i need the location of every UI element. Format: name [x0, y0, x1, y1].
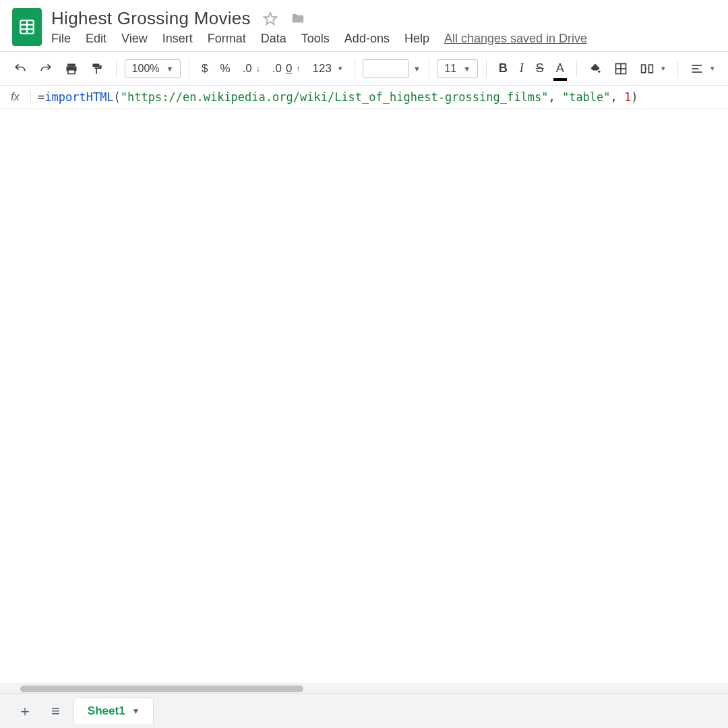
svg-rect-5 [67, 63, 75, 66]
svg-rect-13 [642, 65, 646, 73]
svg-marker-4 [264, 12, 276, 24]
add-sheet-button[interactable]: ＋ [12, 698, 38, 724]
merge-cells-button[interactable]: ▾ [636, 59, 669, 78]
font-family-dropdown[interactable] [363, 59, 408, 78]
format-inc-dec[interactable]: .00↑ [268, 59, 305, 78]
svg-point-9 [599, 70, 601, 72]
sheet-tab[interactable]: Sheet1 ▼ [73, 697, 154, 725]
formula-bar: fx =importHTML("https://en.wikipedia.org… [0, 85, 728, 109]
format-percent[interactable]: % [216, 59, 235, 78]
horiz-align-button[interactable]: ▾ [686, 59, 719, 78]
menu-view[interactable]: View [121, 32, 148, 46]
sheet-tab-label: Sheet1 [88, 704, 125, 718]
chevron-down-icon: ▼ [132, 706, 140, 716]
font-size-dropdown[interactable]: 11▼ [437, 59, 478, 78]
format-more-num[interactable]: 123▾ [308, 59, 346, 78]
zoom-value: 100% [132, 63, 160, 75]
all-sheets-button[interactable]: ≡ [46, 700, 65, 723]
redo-button[interactable] [35, 59, 57, 78]
spreadsheet-grid[interactable] [0, 109, 728, 689]
toolbar: 100%▼ $ % .0↓ .00↑ 123▾ ▼ 11▼ B I S A ▾ … [0, 52, 728, 85]
zoom-dropdown[interactable]: 100%▼ [125, 59, 181, 78]
italic-button[interactable]: I [516, 59, 528, 78]
star-icon[interactable] [263, 11, 278, 26]
format-currency[interactable]: $ [198, 59, 212, 78]
menu-insert[interactable]: Insert [162, 32, 193, 46]
strike-button[interactable]: S [532, 59, 548, 78]
format-dec-dec[interactable]: .0↓ [239, 59, 264, 78]
chevron-down-icon: ▼ [413, 65, 421, 73]
menu-addons[interactable]: Add-ons [344, 32, 390, 46]
sheets-logo-icon [12, 8, 42, 46]
folder-icon[interactable] [290, 11, 306, 26]
svg-rect-14 [649, 65, 653, 73]
svg-rect-8 [92, 63, 99, 67]
formula-input[interactable]: =importHTML("https://en.wikipedia.org/wi… [31, 90, 728, 104]
menu-format[interactable]: Format [208, 32, 246, 46]
menu-edit[interactable]: Edit [86, 32, 107, 46]
bold-button[interactable]: B [495, 59, 512, 78]
borders-button[interactable] [610, 59, 632, 78]
horizontal-scrollbar[interactable] [0, 684, 728, 693]
undo-button[interactable] [9, 59, 31, 78]
paint-format-button[interactable] [86, 59, 108, 78]
menubar: File Edit View Insert Format Data Tools … [51, 32, 587, 46]
menu-help[interactable]: Help [404, 32, 429, 46]
print-button[interactable] [61, 59, 82, 78]
sheet-tab-bar: ＋ ≡ Sheet1 ▼ [0, 693, 728, 728]
menu-data[interactable]: Data [261, 32, 286, 46]
svg-rect-7 [68, 69, 75, 73]
font-size-value: 11 [444, 63, 456, 75]
fill-color-button[interactable] [584, 59, 606, 78]
menu-tools[interactable]: Tools [301, 32, 330, 46]
fx-label: fx [0, 90, 31, 104]
menu-file[interactable]: File [51, 32, 71, 46]
save-status[interactable]: All changes saved in Drive [444, 32, 587, 46]
text-color-button[interactable]: A [552, 59, 568, 78]
document-title[interactable]: Highest Grossing Movies [51, 8, 251, 29]
